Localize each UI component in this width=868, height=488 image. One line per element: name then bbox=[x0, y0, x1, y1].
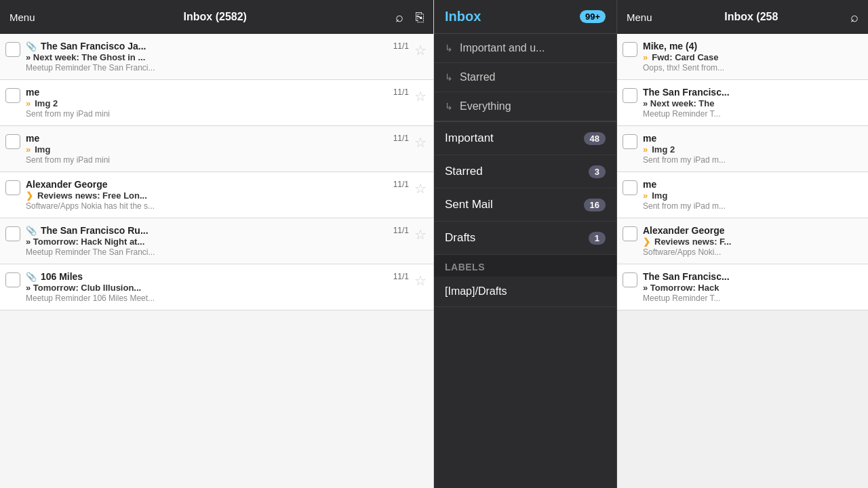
email-top-row: Mike, me (4) bbox=[643, 41, 863, 52]
email-top-row: me 11/1 bbox=[26, 87, 409, 98]
sidebar-labels-header: Labels bbox=[434, 255, 616, 277]
compose-icon[interactable]: ⎘ bbox=[416, 9, 424, 25]
left-email-panel: Menu Inbox (2582) ⌕ ⎘ 📎 The San Francisc… bbox=[0, 0, 434, 488]
forward-icon: » bbox=[26, 144, 31, 155]
star-button[interactable]: ☆ bbox=[414, 88, 427, 104]
right-search-icon[interactable]: ⌕ bbox=[850, 9, 859, 25]
list-item[interactable]: Alexander George 11/1 ❯Reviews news: Fre… bbox=[0, 172, 433, 218]
email-preview: Meetup Reminder 106 Miles Meet... bbox=[26, 293, 409, 303]
email-checkbox[interactable] bbox=[5, 88, 20, 103]
email-top-row: 📎 The San Francisco Ru... 11/1 bbox=[26, 225, 409, 236]
email-checkbox[interactable] bbox=[623, 226, 637, 241]
sidebar-sub-label: Important and u... bbox=[460, 42, 545, 54]
email-subject: »Img bbox=[26, 144, 409, 155]
star-button[interactable]: ☆ bbox=[414, 180, 427, 197]
sidebar-sub-item-1[interactable]: ↳ Starred bbox=[434, 63, 616, 92]
sidebar-main-item-important[interactable]: Important 48 bbox=[434, 122, 616, 155]
email-preview: Meetup Reminder T... bbox=[643, 109, 863, 119]
sub-arrow-icon: ↳ bbox=[445, 43, 453, 54]
sidebar-inbox-title: Inbox bbox=[445, 9, 572, 24]
email-checkbox[interactable] bbox=[5, 180, 20, 195]
list-item[interactable]: me »Img 2 Sent from my iPad m... bbox=[617, 126, 868, 172]
sidebar-main-item-starred[interactable]: Starred 3 bbox=[434, 155, 616, 188]
right-menu-button[interactable]: Menu bbox=[627, 12, 652, 23]
list-item[interactable]: The San Francisc... » Tomorrow: Hack Mee… bbox=[617, 264, 868, 310]
email-checkbox[interactable] bbox=[623, 134, 637, 149]
sidebar-label-item-0[interactable]: [Imap]/Drafts bbox=[434, 277, 616, 307]
email-content: me »Img 2 Sent from my iPad m... bbox=[643, 133, 863, 165]
sidebar-count-badge: 1 bbox=[589, 232, 606, 245]
email-checkbox[interactable] bbox=[5, 226, 20, 241]
email-content: me 11/1 »Img 2 Sent from my iPad mini bbox=[26, 87, 409, 119]
email-checkbox[interactable] bbox=[5, 272, 20, 287]
email-date: 11/1 bbox=[393, 226, 409, 235]
list-item[interactable]: me 11/1 »Img 2 Sent from my iPad mini ☆ bbox=[0, 80, 433, 126]
sidebar-count-badge: 48 bbox=[584, 132, 606, 145]
star-button[interactable]: ☆ bbox=[414, 226, 427, 243]
email-sender: me bbox=[643, 133, 656, 144]
star-button[interactable]: ☆ bbox=[414, 134, 427, 150]
search-icon[interactable]: ⌕ bbox=[395, 9, 403, 25]
sidebar-count-badge: 3 bbox=[589, 165, 606, 178]
email-sender: me bbox=[26, 87, 39, 98]
sidebar-main-label: Important bbox=[445, 131, 584, 145]
list-item[interactable]: 📎 The San Francisco Ru... 11/1 » Tomorro… bbox=[0, 218, 433, 264]
sidebar-main-label: Starred bbox=[445, 165, 589, 178]
sidebar-inbox-badge: 99+ bbox=[580, 10, 606, 23]
email-sender: Alexander George bbox=[26, 179, 108, 190]
email-subject: ❯Reviews news: Free Lon... bbox=[26, 190, 409, 201]
email-top-row: 📎 106 Miles 11/1 bbox=[26, 271, 409, 282]
email-sender: me bbox=[26, 133, 39, 144]
email-preview: Software/Apps Nokia has hit the s... bbox=[26, 201, 409, 211]
list-item[interactable]: me »Img Sent from my iPad m... bbox=[617, 172, 868, 218]
email-sender: Mike, me (4) bbox=[643, 41, 697, 52]
email-checkbox[interactable] bbox=[623, 42, 637, 57]
forward-icon: » bbox=[643, 52, 648, 62]
list-item[interactable]: The San Francisc... » Next week: The Mee… bbox=[617, 80, 868, 126]
email-content: Alexander George ❯Reviews news: F... Sof… bbox=[643, 225, 863, 257]
left-header: Menu Inbox (2582) ⌕ ⎘ bbox=[0, 0, 433, 34]
email-sender: Alexander George bbox=[643, 225, 725, 236]
sidebar-main-section: Important 48 Starred 3 Sent Mail 16 Draf… bbox=[434, 122, 616, 255]
list-item[interactable]: Alexander George ❯Reviews news: F... Sof… bbox=[617, 218, 868, 264]
email-checkbox[interactable] bbox=[623, 88, 637, 103]
sidebar-sub-item-2[interactable]: ↳ Everything bbox=[434, 92, 616, 121]
email-checkbox[interactable] bbox=[5, 134, 20, 149]
star-button[interactable]: ☆ bbox=[414, 42, 427, 58]
forward-icon: ❯ bbox=[643, 237, 650, 247]
email-subject: »Fwd: Card Case bbox=[643, 52, 863, 62]
sidebar-sub-item-0[interactable]: ↳ Important and u... bbox=[434, 34, 616, 63]
list-item[interactable]: Mike, me (4) »Fwd: Card Case Oops, thx! … bbox=[617, 34, 868, 80]
left-menu-button[interactable]: Menu bbox=[9, 12, 35, 23]
list-item[interactable]: 📎 106 Miles 11/1 » Tomorrow: Club Illusi… bbox=[0, 264, 433, 310]
email-subject: » Tomorrow: Club Illusion... bbox=[26, 283, 409, 293]
email-preview: Meetup Reminder T... bbox=[643, 293, 863, 303]
right-email-panel: Menu Inbox (258 ⌕ Mike, me (4) »Fwd: Car… bbox=[617, 0, 868, 488]
sub-arrow-icon: ↳ bbox=[445, 72, 453, 83]
email-checkbox[interactable] bbox=[5, 42, 20, 57]
email-preview: Meetup Reminder The San Franci... bbox=[26, 63, 409, 73]
forward-icon: » bbox=[643, 144, 648, 155]
email-sender: The San Francisc... bbox=[643, 271, 730, 282]
email-preview: Sent from my iPad mini bbox=[26, 109, 409, 119]
email-subject: »Img 2 bbox=[643, 144, 863, 155]
list-item[interactable]: me 11/1 »Img Sent from my iPad mini ☆ bbox=[0, 126, 433, 172]
sidebar-main-item-drafts[interactable]: Drafts 1 bbox=[434, 222, 616, 255]
email-content: Mike, me (4) »Fwd: Card Case Oops, thx! … bbox=[643, 41, 863, 73]
email-checkbox[interactable] bbox=[623, 180, 637, 195]
email-date: 11/1 bbox=[393, 180, 409, 189]
email-content: The San Francisc... » Next week: The Mee… bbox=[643, 87, 863, 119]
right-email-list: Mike, me (4) »Fwd: Card Case Oops, thx! … bbox=[617, 34, 868, 488]
right-header: Menu Inbox (258 ⌕ bbox=[617, 0, 868, 34]
email-checkbox[interactable] bbox=[623, 272, 637, 287]
list-item[interactable]: 📎 The San Francisco Ja... 11/1 » Next we… bbox=[0, 34, 433, 80]
sub-arrow-icon: ↳ bbox=[445, 101, 453, 112]
sidebar-main-label: Sent Mail bbox=[445, 198, 584, 211]
star-button[interactable]: ☆ bbox=[414, 272, 427, 289]
right-header-icons: ⌕ bbox=[850, 9, 859, 25]
email-content: Alexander George 11/1 ❯Reviews news: Fre… bbox=[26, 179, 409, 211]
sidebar-panel: Inbox 99+ ↳ Important and u... ↳ Starred… bbox=[434, 0, 617, 488]
left-email-list: 📎 The San Francisco Ja... 11/1 » Next we… bbox=[0, 34, 433, 488]
sidebar-sub-section: ↳ Important and u... ↳ Starred ↳ Everyth… bbox=[434, 34, 616, 122]
sidebar-main-item-sent-mail[interactable]: Sent Mail 16 bbox=[434, 188, 616, 222]
